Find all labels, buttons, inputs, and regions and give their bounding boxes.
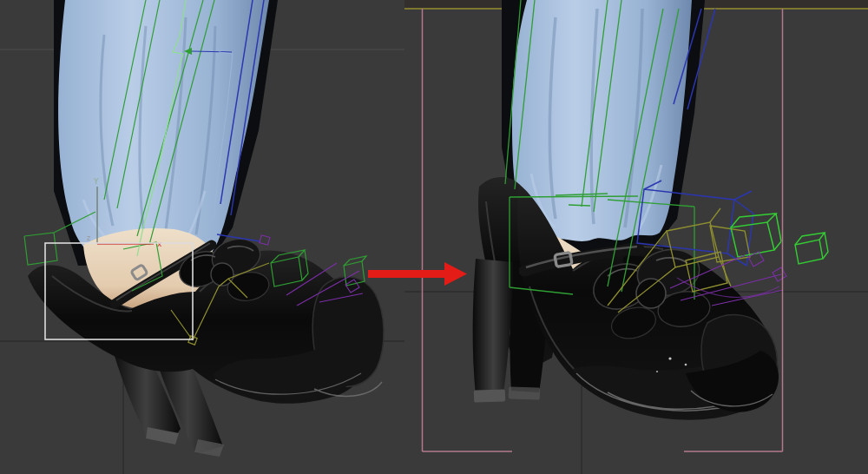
specular-speck-2 xyxy=(685,364,687,366)
heel-tip-cap-front-right xyxy=(474,389,505,402)
specular-speck-3 xyxy=(656,371,658,372)
arrow-shaft xyxy=(368,270,445,278)
specular-speck-1 xyxy=(668,357,671,359)
gizmo-z-label: z xyxy=(87,234,90,242)
viewport-comparison-screenshot: Y x z xyxy=(0,0,868,474)
gizmo-x-label: x xyxy=(157,240,162,248)
heel-tip-cap-back-right xyxy=(509,386,540,399)
gizmo-y-label: Y xyxy=(93,177,99,186)
scene-canvas: Y x z xyxy=(0,0,868,474)
